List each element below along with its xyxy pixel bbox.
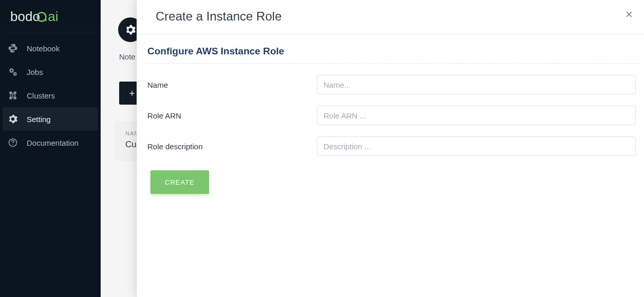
- name-label: Name: [147, 81, 317, 89]
- form-row-description: Role description: [147, 136, 640, 156]
- form-row-arn: Role ARN: [147, 106, 640, 125]
- form-row-name: Name: [147, 75, 640, 94]
- modal-title: Create a Instance Role: [156, 9, 281, 24]
- svg-rect-5: [9, 97, 12, 100]
- help-icon: [7, 137, 18, 148]
- card-value: Cus: [125, 140, 133, 150]
- svg-rect-3: [9, 92, 12, 94]
- create-instance-role-modal: Create a Instance Role × Configure AWS I…: [137, 0, 644, 297]
- role-description-input[interactable]: [317, 136, 636, 156]
- nodes-icon: [7, 90, 18, 101]
- role-arn-input[interactable]: [317, 106, 636, 125]
- sidebar-item-label: Notebook: [27, 44, 60, 53]
- create-button[interactable]: CREATE: [150, 170, 209, 194]
- sidebar-item-documentation[interactable]: Documentation: [0, 131, 101, 154]
- arn-label: Role ARN: [147, 111, 317, 120]
- section-divider: [147, 63, 640, 64]
- sidebar-item-notebook[interactable]: Notebook: [0, 36, 101, 60]
- nav: Notebook Jobs Clusters Setting Documenta…: [0, 36, 101, 154]
- gears-icon: [7, 67, 18, 77]
- sidebar-item-label: Documentation: [27, 138, 79, 147]
- gear-icon: [7, 114, 18, 124]
- sidebar-item-label: Setting: [27, 115, 51, 124]
- sidebar: bodo .ai Notebook Jobs Clusters: [0, 0, 101, 297]
- sidebar-item-label: Jobs: [27, 68, 43, 76]
- description-label: Role description: [147, 142, 317, 151]
- modal-header: Create a Instance Role ×: [137, 0, 644, 34]
- close-button[interactable]: ×: [622, 10, 636, 19]
- logo[interactable]: bodo .ai: [0, 0, 101, 32]
- sidebar-item-jobs[interactable]: Jobs: [0, 60, 101, 84]
- sidebar-item-setting[interactable]: Setting: [3, 107, 98, 131]
- divider: [3, 32, 98, 32]
- close-icon: ×: [626, 7, 633, 21]
- svg-text:bodo: bodo: [10, 9, 40, 24]
- gear-icon: [125, 24, 136, 35]
- plus-icon: [128, 89, 136, 97]
- section-title: Configure AWS Instance Role: [147, 46, 640, 57]
- svg-point-8: [12, 145, 13, 145]
- svg-rect-4: [14, 92, 16, 94]
- python-icon: [7, 43, 18, 53]
- modal-body: Configure AWS Instance Role Name Role AR…: [137, 34, 644, 194]
- svg-rect-6: [14, 97, 16, 100]
- logo-svg: bodo .ai: [10, 9, 87, 25]
- sidebar-item-label: Clusters: [27, 91, 55, 100]
- name-input[interactable]: [317, 75, 636, 94]
- sidebar-item-clusters[interactable]: Clusters: [0, 84, 101, 107]
- card-label: NAM: [125, 130, 133, 136]
